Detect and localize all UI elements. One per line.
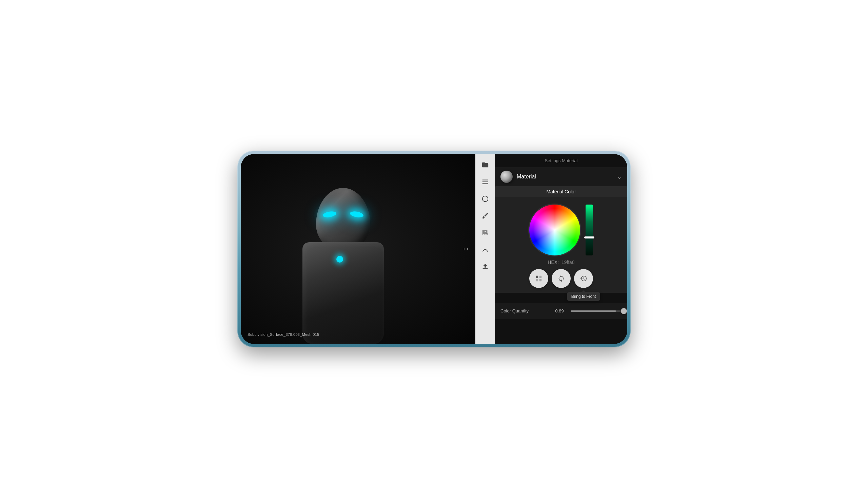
svg-rect-3: [539, 276, 542, 278]
circle-icon: [481, 195, 489, 202]
3d-viewport[interactable]: Subdivision_Surface_379.003_Mesh.015 ↦: [241, 154, 475, 344]
toolbar-brush-btn[interactable]: [477, 208, 493, 224]
settings-panel: Settings Material Material ⌄ Material Co…: [495, 154, 627, 344]
helmet-eye-left: [322, 211, 337, 219]
expand-arrow[interactable]: ↦: [464, 245, 469, 253]
color-quantity-slider-thumb: [621, 308, 627, 314]
svg-rect-1: [536, 276, 538, 278]
phone-screen: Subdivision_Surface_379.003_Mesh.015 ↦: [241, 154, 627, 344]
bring-front-icon: [481, 263, 489, 270]
refresh-icon: [558, 275, 565, 282]
folder-icon: [481, 161, 489, 169]
side-toolbar: [475, 154, 495, 344]
color-quantity-slider[interactable]: [571, 311, 622, 312]
helmet-main: [316, 188, 370, 249]
brush-icon: [481, 212, 489, 220]
toolbar-image-add-btn[interactable]: [477, 225, 493, 241]
color-wheel[interactable]: [529, 205, 580, 255]
phone-frame: Subdivision_Surface_379.003_Mesh.015 ↦: [237, 150, 631, 348]
layer-icon-btn[interactable]: [529, 269, 548, 288]
refresh-icon-btn[interactable]: [552, 269, 571, 288]
bring-to-front-tooltip: Bring to Front: [567, 292, 600, 301]
history-icon: [580, 275, 587, 282]
ironman-model: [289, 174, 404, 344]
svg-rect-2: [536, 279, 538, 281]
color-quantity-row: Color Quantity 0.89: [495, 303, 627, 319]
icon-buttons-row: Bring to Front: [529, 269, 593, 288]
color-brightness-slider[interactable]: [586, 205, 593, 255]
color-quantity-slider-fill: [571, 311, 616, 312]
toolbar-folder-btn[interactable]: [477, 157, 493, 173]
arc-reactor: [336, 256, 343, 263]
ironman-body: [303, 242, 384, 344]
material-preview-ball: [500, 171, 513, 183]
material-color-title: Material Color: [495, 186, 627, 197]
mesh-label: Subdivision_Surface_379.003_Mesh.015: [248, 332, 319, 337]
arc-icon: [481, 246, 489, 253]
toolbar-circle-btn[interactable]: [477, 191, 493, 207]
settings-title: Settings Material: [495, 154, 627, 167]
hex-label: HEX:: [548, 260, 559, 265]
layer-icon: [535, 275, 543, 282]
material-chevron-icon[interactable]: ⌄: [617, 173, 622, 181]
color-quantity-value: 0.89: [556, 309, 567, 313]
svg-rect-4: [539, 279, 542, 281]
helmet-eye-right: [350, 211, 364, 219]
brightness-slider-thumb: [584, 236, 595, 238]
material-color-section: Material Color HEX: 19ffa8: [495, 186, 627, 293]
material-header[interactable]: Material ⌄: [495, 167, 627, 186]
hatch-icon: [481, 178, 489, 186]
material-label: Material: [517, 174, 613, 180]
hex-value[interactable]: 19ffa8: [561, 260, 575, 265]
toolbar-bring-front-btn[interactable]: [477, 259, 493, 275]
toolbar-arc-btn[interactable]: [477, 241, 493, 258]
history-icon-btn[interactable]: Bring to Front: [574, 269, 593, 288]
svg-point-0: [482, 196, 488, 202]
color-wheel-area: [529, 205, 593, 255]
toolbar-hatch-btn[interactable]: [477, 174, 493, 190]
hex-row: HEX: 19ffa8: [548, 260, 574, 265]
image-add-icon: [481, 229, 489, 236]
color-quantity-label: Color Quantity: [500, 309, 552, 313]
